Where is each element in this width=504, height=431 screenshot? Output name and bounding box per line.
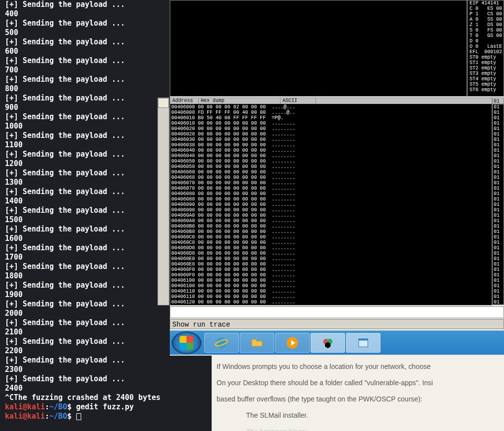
doc-line-5: The brainpan binary. xyxy=(246,426,499,431)
taskbar-explorer[interactable] xyxy=(240,333,274,353)
background-doc: If Windows prompts you to choose a locat… xyxy=(212,356,504,431)
status-bar: Show run trace xyxy=(170,319,504,329)
kali-terminal[interactable]: [+] Sending the payload ... 400 [+] Send… xyxy=(0,0,170,431)
debugger-area: EIP 414141 C 0 ES 00 P 1 CS 00 A 0 SS 00… xyxy=(170,0,504,431)
window-icon xyxy=(356,336,370,350)
windows-taskbar[interactable] xyxy=(170,330,504,355)
hex-header-ascii: ASCII xyxy=(281,98,316,104)
doc-line-1: If Windows prompts you to choose a locat… xyxy=(217,361,499,373)
hex-header-hex: Hex dump xyxy=(199,98,281,104)
taskbar-app[interactable] xyxy=(346,333,380,353)
scrollbar-thumb[interactable] xyxy=(158,98,169,108)
debugger-input[interactable] xyxy=(170,306,504,318)
taskbar-immunity[interactable] xyxy=(311,333,345,353)
hex-header-address: Address xyxy=(170,98,199,104)
svg-point-6 xyxy=(325,342,331,348)
taskbar-media-player[interactable] xyxy=(275,333,310,353)
hex-scrollbar[interactable] xyxy=(158,98,169,305)
immunity-icon xyxy=(321,336,335,350)
svg-rect-8 xyxy=(359,338,368,340)
ie-icon xyxy=(215,336,228,350)
disassembly-panel[interactable] xyxy=(170,0,467,97)
taskbar-ie[interactable] xyxy=(204,333,239,353)
doc-line-2: On your Desktop there should be a folder… xyxy=(217,377,499,389)
hex-header: Address Hex dump ASCII xyxy=(170,98,492,104)
hex-extra-col: 01 01 01 01 01 01 01 01 01 01 01 01 01 0… xyxy=(492,104,504,305)
hex-body: 00406000 00 00 00 00 02 00 00 00 ....@..… xyxy=(170,104,492,305)
registers-panel[interactable]: EIP 414141 C 0 ES 00 P 1 CS 00 A 0 SS 00… xyxy=(467,0,504,97)
hex-header-extra: 01 xyxy=(492,98,504,104)
start-button[interactable] xyxy=(172,332,201,354)
folder-icon xyxy=(250,336,264,350)
terminal-overflow-strip xyxy=(170,356,212,431)
doc-line-4: The SLMail installer. xyxy=(246,409,499,422)
media-player-icon xyxy=(285,336,299,350)
hex-dump-panel[interactable]: Address Hex dump ASCII 00406000 00 00 00… xyxy=(170,98,492,305)
doc-line-3: based buffer overflows (the type taught … xyxy=(217,393,499,405)
